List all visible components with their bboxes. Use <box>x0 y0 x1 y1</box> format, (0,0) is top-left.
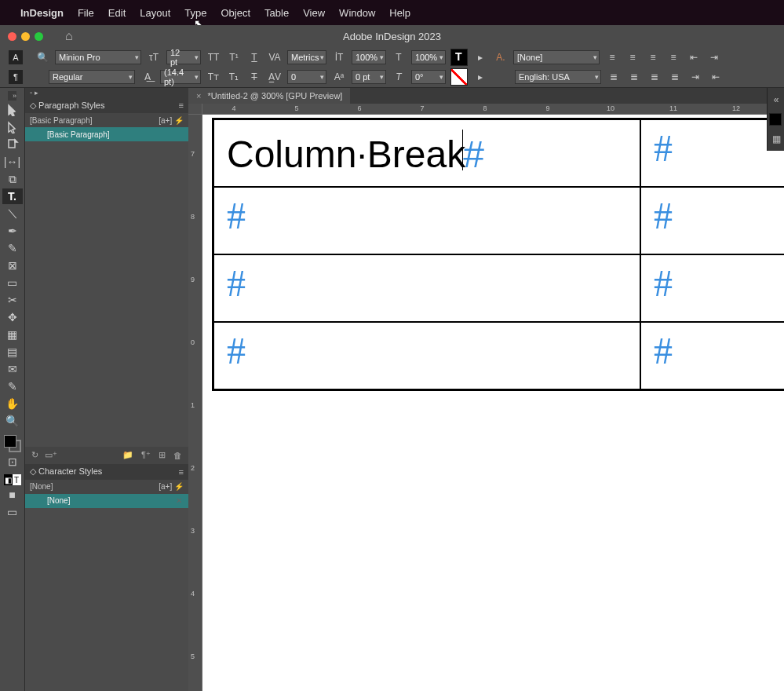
search-icon[interactable]: 🔍 <box>35 50 50 64</box>
content-collector-tool[interactable]: ⧉ <box>2 171 23 187</box>
skew-select[interactable]: 0° <box>411 70 446 84</box>
apply-color-button[interactable]: ■ <box>2 487 23 503</box>
dock-grip[interactable]: « <box>769 93 783 107</box>
character-styles-panel-header[interactable]: ◇ Character Styles ≡ <box>25 464 188 480</box>
indent-right-button[interactable]: ⇥ <box>706 50 722 64</box>
menu-type[interactable]: Type <box>184 7 206 19</box>
justify-all-left-button[interactable]: ≣ <box>606 70 622 84</box>
justify-all-center-button[interactable]: ≣ <box>626 70 642 84</box>
align-center-button[interactable]: ≡ <box>625 50 640 64</box>
indent-left-button[interactable]: ⇤ <box>686 50 702 64</box>
menu-layout[interactable]: Layout <box>140 7 170 19</box>
direct-selection-tool[interactable] <box>2 119 23 135</box>
pencil-tool[interactable]: ✎ <box>2 240 23 256</box>
vscale-select[interactable]: 100% <box>352 50 386 64</box>
zoom-window-button[interactable] <box>35 32 43 41</box>
folder-icon[interactable]: 📁 <box>122 450 133 460</box>
menu-window[interactable]: Window <box>339 7 375 19</box>
document-tab[interactable]: × *Untitled-2 @ 300% [GPU Preview] <box>188 88 350 104</box>
view-mode-button[interactable]: ▭ <box>2 504 23 520</box>
cc-library-icon[interactable]: ↻ <box>31 450 38 460</box>
new-style-button[interactable]: ⊞ <box>159 450 166 460</box>
pen-tool[interactable]: ✒ <box>2 223 23 239</box>
gradient-swatch-tool[interactable]: ▦ <box>2 327 23 342</box>
menu-table[interactable]: Table <box>264 7 289 19</box>
allcaps-button[interactable]: TT <box>206 50 221 64</box>
smallcaps-button[interactable]: Tᴛ <box>206 70 221 84</box>
table-cell[interactable]: # <box>213 322 640 389</box>
canvas[interactable]: 4 5 6 7 8 9 10 11 12 7 8 9 0 1 2 3 4 5 <box>188 104 784 691</box>
gradient-feather-tool[interactable]: ▤ <box>2 344 23 360</box>
swatches-panel-icon[interactable]: ▦ <box>769 132 783 146</box>
align-justify-button[interactable]: ≡ <box>665 50 681 64</box>
justify-all-right-button[interactable]: ≣ <box>647 70 662 84</box>
stroke-arrow-icon[interactable]: ▸ <box>472 70 488 84</box>
rectangle-tool[interactable]: ▭ <box>2 275 23 291</box>
font-family-select[interactable]: Minion Pro <box>55 50 141 64</box>
baseline-shift-select[interactable]: 0 pt <box>352 70 386 84</box>
first-indent-button[interactable]: ⇥ <box>687 70 703 84</box>
language-select[interactable]: English: USA <box>515 70 601 84</box>
superscript-button[interactable]: T¹ <box>226 50 242 64</box>
menu-object[interactable]: Object <box>221 7 251 19</box>
paragraph-styles-panel-header[interactable]: ◇ Paragraph Styles ≡ <box>25 97 188 113</box>
clear-override-icon[interactable]: [a+] ⚡ <box>159 116 184 125</box>
table-cell[interactable]: Column·Break# <box>213 119 640 187</box>
minimize-window-button[interactable] <box>21 32 30 41</box>
subscript-button[interactable]: T₁ <box>226 70 242 84</box>
scissors-tool[interactable]: ✂ <box>2 292 23 308</box>
free-transform-tool[interactable]: ✥ <box>2 309 23 325</box>
eyedropper-tool[interactable]: ✎ <box>2 378 23 394</box>
font-size-select[interactable]: 12 pt <box>166 50 201 64</box>
close-tab-icon[interactable]: × <box>196 91 201 101</box>
menu-edit[interactable]: Edit <box>108 7 126 19</box>
default-fill-stroke[interactable]: ⊡ <box>2 454 23 470</box>
delete-style-button[interactable]: 🗑 <box>173 451 182 460</box>
char-style-select[interactable]: [None] <box>513 50 600 64</box>
kerning-select[interactable]: Metrics <box>287 50 326 64</box>
selection-tool[interactable] <box>2 102 23 118</box>
justify-all-button[interactable]: ≣ <box>667 70 683 84</box>
menu-file[interactable]: File <box>78 7 94 19</box>
paragraph-style-item[interactable]: [Basic Paragraph] <box>25 127 188 141</box>
swatch-arrow-icon[interactable]: ▸ <box>472 50 488 64</box>
hand-tool[interactable]: ✋ <box>2 396 23 411</box>
horizontal-ruler[interactable]: 4 5 6 7 8 9 10 11 12 <box>202 104 784 115</box>
toolbox-grip[interactable]: » <box>8 91 16 101</box>
align-right-button[interactable]: ≡ <box>645 50 661 64</box>
line-tool[interactable]: ＼ <box>2 206 23 221</box>
hscale-select[interactable]: 100% <box>411 50 446 64</box>
page[interactable]: Column·Break# # # # # # # # <box>212 118 784 691</box>
color-panel-icon[interactable] <box>769 113 782 126</box>
vertical-ruler[interactable]: 7 8 9 0 1 2 3 4 5 <box>188 115 202 691</box>
menu-view[interactable]: View <box>303 7 325 19</box>
font-style-select[interactable]: Regular <box>49 70 135 84</box>
rectangle-frame-tool[interactable]: ⊠ <box>2 258 23 273</box>
character-style-item[interactable]: [None] <box>25 494 188 508</box>
tracking-select[interactable]: 0 <box>287 70 326 84</box>
ruler-origin[interactable] <box>188 104 202 115</box>
table-cell[interactable]: # <box>213 187 640 254</box>
menu-help[interactable]: Help <box>389 7 410 19</box>
stroke-swatch[interactable] <box>450 68 468 86</box>
text-frame-table[interactable]: Column·Break# # # # # # # # <box>212 118 784 391</box>
zoom-tool[interactable]: 🔍 <box>2 413 23 429</box>
align-left-button[interactable]: ≡ <box>604 50 620 64</box>
table-cell[interactable]: # <box>640 119 784 187</box>
type-tool[interactable]: T. <box>2 188 23 204</box>
clear-override-icon[interactable]: [a+] ⚡ <box>159 482 184 491</box>
close-window-button[interactable] <box>8 32 16 41</box>
gap-tool[interactable]: |↔| <box>2 154 23 170</box>
leading-select[interactable]: (14.4 pt) <box>160 70 201 84</box>
note-tool[interactable]: ✉ <box>2 361 23 377</box>
format-affects-buttons[interactable]: ◧T <box>4 474 21 485</box>
table-cell[interactable]: # <box>213 254 640 322</box>
fill-stroke-swap[interactable] <box>4 435 21 452</box>
table-cell[interactable]: # <box>640 187 784 254</box>
fill-swatch[interactable]: T <box>450 49 468 66</box>
last-indent-button[interactable]: ⇤ <box>708 70 724 84</box>
new-group-icon[interactable]: ▭⁺ <box>45 450 57 460</box>
para-format-mode-button[interactable]: ¶ <box>9 70 23 84</box>
strikethrough-button[interactable]: T <box>246 70 262 84</box>
page-tool[interactable] <box>2 137 23 152</box>
